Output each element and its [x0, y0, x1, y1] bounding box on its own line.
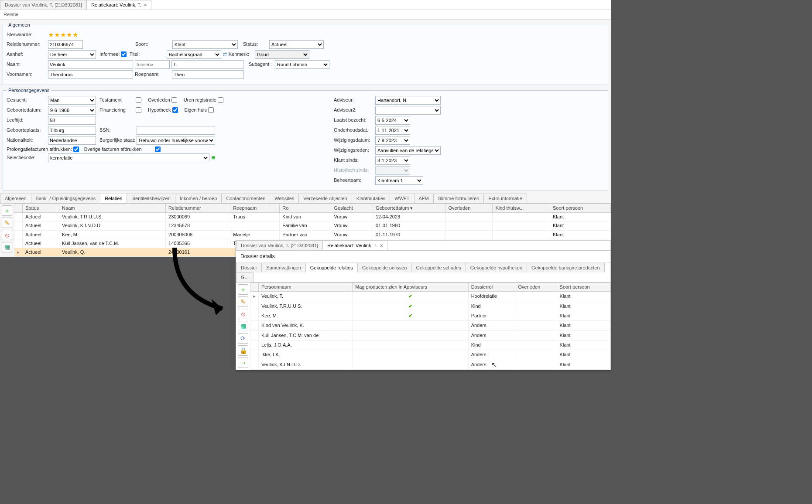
detail-tab-11[interactable]: Slimme formulieren: [433, 194, 484, 203]
checkbox-prolongatie[interactable]: [73, 146, 79, 152]
select-beheerteam[interactable]: Klantteam 1: [375, 176, 423, 185]
close-icon[interactable]: ×: [144, 2, 147, 8]
select-adviseur[interactable]: Hartendorf, N.: [375, 96, 441, 105]
input-bsn[interactable]: [137, 126, 215, 135]
checkbox-eigenhuis[interactable]: [208, 107, 214, 113]
select-historisch: [375, 166, 410, 175]
label-sterwaarde: Sterwaarde:: [7, 32, 48, 37]
ov-tab-dossier[interactable]: Dossier van Veulink, T. [21D302081]: [236, 241, 323, 250]
checkbox-overige[interactable]: [155, 146, 161, 152]
checkbox-informeel[interactable]: [121, 51, 127, 57]
select-klantsinds[interactable]: 3-1-2023: [375, 156, 410, 165]
detail-tab-12[interactable]: Extra informatie: [483, 194, 527, 203]
detail-tab-4[interactable]: Inkomen / beroep: [175, 194, 222, 203]
detail-tab-0[interactable]: Algemeen: [0, 194, 31, 203]
menu-relatie[interactable]: Relatie: [0, 10, 611, 20]
select-onderhoudsdatum[interactable]: 1-11-2021: [375, 126, 410, 135]
table-row[interactable]: ActueelKee, M.200305008MarietjePartner v…: [14, 230, 611, 239]
input-tussenvoegsel[interactable]: [135, 60, 170, 69]
delete-button[interactable]: ⦸: [2, 230, 12, 240]
dossier-details-window: Dossier van Veulink, T. [21D302081] Rela…: [236, 240, 611, 257]
input-voornamen[interactable]: [48, 70, 133, 79]
checkbox-uren[interactable]: [218, 97, 223, 103]
input-roepnaam[interactable]: [172, 70, 244, 79]
select-titel[interactable]: Bachelorsgraad: [167, 50, 221, 59]
edit-button[interactable]: ✎: [2, 218, 12, 228]
input-leeftijd[interactable]: [48, 116, 96, 125]
select-geboortedatum[interactable]: 9-6-1966: [48, 106, 96, 115]
add-button[interactable]: ＋: [2, 205, 12, 216]
fieldset-persoonsgegevens: Persoonsgegevens Geslacht: Man Testament…: [3, 88, 608, 191]
input-geboorteplaats[interactable]: [48, 126, 96, 135]
checkbox-testament[interactable]: [136, 97, 141, 103]
select-soort[interactable]: Klant: [172, 40, 238, 49]
input-relatienummer[interactable]: [48, 40, 83, 49]
select-selectiecode[interactable]: kernrelatie: [48, 153, 209, 162]
detail-tab-1[interactable]: Bank- / Opleidingsgegevens: [31, 194, 101, 203]
detail-tab-7[interactable]: Verzekerde objecten: [298, 194, 352, 203]
detail-tab-3[interactable]: Identiteitsbewijzen: [127, 194, 175, 203]
detail-tab-10[interactable]: AFM: [414, 194, 434, 203]
select-adviseur2[interactable]: [375, 106, 441, 115]
tab-relatiekaart[interactable]: Relatiekaart: Veulink, T.×: [86, 0, 151, 10]
add-icon[interactable]: ⊕: [211, 155, 215, 160]
table-row[interactable]: ActueelVeulink, K.I.N.D.D.12345678Famili…: [14, 221, 611, 230]
select-subagent[interactable]: Ruud Lohman: [275, 60, 329, 69]
select-burgerlijkestaat[interactable]: Gehuwd onder huwelijkse voorwaarden: [137, 136, 215, 145]
detail-tabs: AlgemeenBank- / OpleidingsgegevensRelati…: [0, 194, 611, 204]
input-initialen[interactable]: [171, 60, 243, 69]
tab-dossier[interactable]: Dossier van Veulink, T. [21D302081]: [0, 0, 87, 10]
select-laatstbezocht[interactable]: 6-5-2024: [375, 116, 410, 125]
select-wijzigingsreden[interactable]: Aanvullen van de relatiegegevens: [375, 146, 441, 155]
export-button[interactable]: ▦: [2, 242, 12, 252]
select-kenmerk[interactable]: Goud: [255, 50, 309, 59]
table-row[interactable]: ActueelVeulink, T.R.U.U.S.23000069TruusK…: [14, 213, 611, 221]
select-status[interactable]: Actueel: [269, 40, 324, 49]
detail-tab-6[interactable]: Websites: [270, 194, 299, 203]
input-nationaliteit[interactable]: [48, 136, 96, 145]
close-icon[interactable]: ×: [380, 243, 383, 249]
star-rating[interactable]: ★★★★★: [48, 31, 79, 39]
ov-tab-relatiekaart[interactable]: Relatiekaart: Veulink, T.×: [322, 241, 387, 250]
select-geslacht[interactable]: Man: [48, 96, 96, 105]
input-naam[interactable]: [48, 60, 133, 69]
fieldset-algemeen: Algemeen Sterwaarde: ★★★★★ Relatienummer…: [3, 22, 608, 85]
select-aanhef[interactable]: De heer: [48, 50, 96, 59]
detail-tab-9[interactable]: WWFT: [390, 194, 414, 203]
detail-tab-2[interactable]: Relaties: [100, 194, 127, 203]
swap-icon[interactable]: ⇄: [223, 51, 227, 57]
section-title: Dossier details: [236, 251, 610, 257]
checkbox-hypotheek[interactable]: [172, 107, 178, 113]
select-wijzigingsdatum[interactable]: 7-9-2023: [375, 136, 410, 145]
detail-tab-5[interactable]: Contactmomenten: [221, 194, 270, 203]
main-tabs: Dossier van Veulink, T. [21D302081] Rela…: [0, 0, 611, 10]
checkbox-financiering[interactable]: [136, 107, 141, 113]
detail-tab-8[interactable]: Klantmutaties: [352, 194, 391, 203]
arrow-icon: [157, 243, 244, 257]
checkbox-overleden[interactable]: [171, 97, 177, 103]
